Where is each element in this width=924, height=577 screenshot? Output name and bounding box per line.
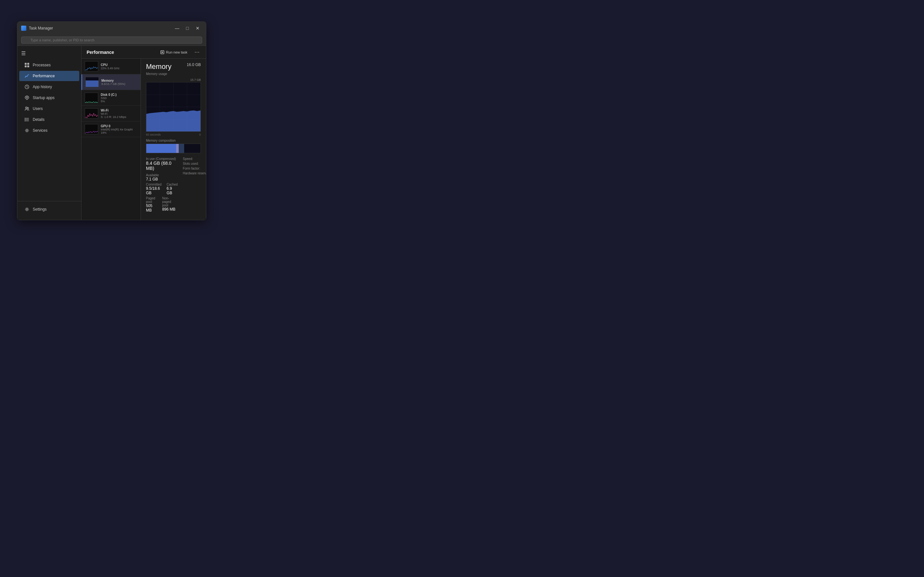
svg-point-12 — [25, 119, 25, 120]
sidebar-item-performance[interactable]: Performance — [19, 71, 79, 81]
slots-label: Slots used: — [183, 162, 199, 165]
cpu-value: 22% 3.49 GHz — [101, 67, 137, 70]
perf-item-wifi[interactable]: Wi-Fi Wi-Fi S: 1.0 R: 16.2 Mbps — [81, 106, 141, 121]
slots-row: Slots used: 2 of 2 — [183, 162, 206, 165]
stats-container: In use (Compressed) 8.4 GB (68.0 MB) Ava… — [146, 157, 201, 213]
tm-body: ☰ Processes Perf — [17, 46, 206, 220]
sidebar-item-users[interactable]: Users — [19, 103, 79, 114]
svg-point-15 — [26, 209, 28, 210]
hw-reserved-label: Hardware reserved: — [183, 171, 206, 175]
stats-right: Speed: 3200 MHz Slots used: 2 of 2 Form … — [183, 157, 206, 213]
window-title: Task Manager — [29, 26, 53, 31]
comp-free — [184, 144, 200, 153]
perf-item-memory[interactable]: Memory 8.6/15.7 GB (55%) — [81, 74, 141, 90]
svg-point-14 — [26, 130, 28, 131]
memory-value: 8.6/15.7 GB (55%) — [102, 82, 137, 85]
wifi-value: S: 1.0 R: 16.2 Mbps — [101, 115, 137, 119]
performance-label: Performance — [33, 74, 55, 78]
sidebar: ☰ Processes Perf — [17, 46, 81, 220]
grid-icon — [24, 63, 29, 68]
graph-time-right: 0 — [199, 133, 201, 136]
comp-in-use — [146, 144, 176, 153]
gpu-info: GPU 0 Intel(R) Iris(R) Xe Graphi 19% — [101, 124, 137, 134]
committed-cached-row: Committed 9.5/18.6 GB Cached 6.9 GB — [146, 183, 178, 195]
details-label: Details — [33, 117, 45, 122]
svg-point-11 — [25, 118, 25, 119]
svg-rect-2 — [25, 65, 27, 67]
composition-bar — [146, 143, 201, 153]
svg-rect-17 — [86, 81, 99, 87]
wifi-graph — [85, 108, 98, 119]
avail-committed-row: Available 7.1 GB — [146, 173, 178, 181]
performance-detail: Memory 16.0 GB Memory usage 15.7 GB — [141, 59, 206, 220]
app-icon — [21, 26, 26, 31]
main-header: Performance Run new task ⋯ — [81, 46, 206, 59]
run-new-task-label: Run new task — [166, 50, 187, 54]
more-options-button[interactable]: ⋯ — [193, 48, 201, 56]
rocket-icon — [24, 95, 29, 100]
paged-pool-label: Paged pool — [146, 197, 157, 203]
memory-name: Memory — [102, 79, 137, 82]
titlebar-left: Task Manager — [21, 26, 53, 31]
nonpaged-pool-label: Non-paged pool — [162, 197, 178, 207]
gpu-sub: Intel(R) Iris(R) Xe Graphi — [101, 128, 137, 131]
hw-reserved-row: Hardware reserved: 315 MB — [183, 171, 206, 175]
svg-point-13 — [25, 121, 25, 121]
committed-label: Committed — [146, 183, 162, 186]
search-bar: 🔍 — [17, 35, 206, 46]
detail-current-usage: 15.7 GB — [146, 78, 201, 81]
menu-toggle[interactable]: ☰ — [17, 48, 81, 58]
in-use-label: In use (Compressed) — [146, 157, 178, 161]
sidebar-item-app-history[interactable]: App history — [19, 82, 79, 92]
perf-item-cpu[interactable]: CPU 22% 3.49 GHz — [81, 59, 141, 74]
gpu-value: 19% — [101, 131, 137, 134]
users-icon — [24, 106, 29, 111]
processes-label: Processes — [33, 63, 51, 67]
available-label: Available — [146, 173, 159, 177]
svg-rect-0 — [25, 63, 27, 65]
cpu-name: CPU — [101, 63, 137, 67]
app-history-label: App history — [33, 85, 52, 89]
graph-time-label: 60 seconds — [146, 133, 161, 136]
available-value: 7.1 GB — [146, 177, 159, 181]
search-input[interactable] — [21, 37, 202, 44]
performance-content: CPU 22% 3.49 GHz Memo — [81, 59, 206, 220]
gear-icon — [24, 128, 29, 133]
svg-point-7 — [27, 107, 29, 109]
chart-icon — [24, 73, 29, 79]
wifi-name: Wi-Fi — [101, 109, 137, 112]
clock-icon — [24, 84, 29, 89]
sidebar-item-settings[interactable]: Settings — [19, 204, 79, 214]
sidebar-item-services[interactable]: Services — [19, 125, 79, 135]
maximize-button[interactable]: □ — [183, 25, 192, 31]
performance-main: Performance Run new task ⋯ — [81, 46, 206, 220]
form-factor-row: Form factor: SODIMM — [183, 167, 206, 170]
detail-subtitle: Memory usage — [146, 72, 201, 76]
main-actions: Run new task ⋯ — [157, 48, 201, 56]
run-new-task-button[interactable]: Run new task — [157, 49, 191, 55]
perf-item-gpu[interactable]: GPU 0 Intel(R) Iris(R) Xe Graphi 19% — [81, 121, 141, 137]
svg-point-6 — [26, 107, 27, 109]
paged-pool-stat: Paged pool 505 MB — [146, 197, 157, 213]
sidebar-item-details[interactable]: Details — [19, 114, 79, 125]
titlebar: Task Manager — □ ✕ — [17, 22, 206, 35]
users-label: Users — [33, 106, 43, 111]
disk-info: Disk 0 (C:) SSD 5% — [101, 93, 137, 103]
sidebar-item-startup-apps[interactable]: Startup apps — [19, 93, 79, 103]
minimize-button[interactable]: — — [173, 25, 182, 31]
gpu-name: GPU 0 — [101, 124, 137, 128]
paged-nonpaged-row: Paged pool 505 MB Non-paged pool 896 MB — [146, 197, 178, 213]
memory-graph — [86, 77, 99, 87]
paged-pool-value: 505 MB — [146, 203, 157, 213]
gpu-graph — [85, 124, 98, 134]
cached-value: 6.9 GB — [166, 186, 178, 195]
in-use-stat: In use (Compressed) 8.4 GB (68.0 MB) — [146, 157, 178, 171]
in-use-value: 8.4 GB (68.0 MB) — [146, 161, 178, 171]
sidebar-item-processes[interactable]: Processes — [19, 60, 79, 70]
perf-item-disk[interactable]: Disk 0 (C:) SSD 5% — [81, 90, 141, 106]
svg-marker-25 — [146, 110, 200, 131]
detail-size: 16.0 GB — [187, 63, 201, 67]
close-button[interactable]: ✕ — [193, 25, 202, 31]
wifi-sub: Wi-Fi — [101, 112, 137, 115]
svg-rect-3 — [27, 65, 29, 67]
